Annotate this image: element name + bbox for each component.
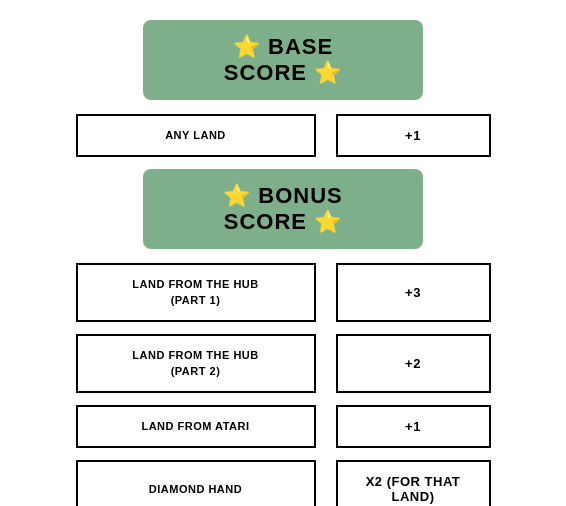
bonus-score-row-2: LAND FROM ATARI +1 [30, 405, 536, 448]
bonus-value-hub-part2: +2 [336, 334, 491, 393]
bonus-value-hub-part1: +3 [336, 263, 491, 322]
bonus-value-atari: +1 [336, 405, 491, 448]
bonus-value-diamond-hand: X2 (FOR THAT LAND) [336, 460, 491, 506]
bonus-score-header: ⭐ BONUS SCORE ⭐ [143, 169, 423, 249]
base-score-header: ⭐ BASE SCORE ⭐ [143, 20, 423, 100]
base-score-row-0: ANY LAND +1 [30, 114, 536, 157]
bonus-score-row-3: DIAMOND HAND X2 (FOR THAT LAND) [30, 460, 536, 506]
bonus-label-atari: LAND FROM ATARI [76, 405, 316, 448]
base-value-any-land: +1 [336, 114, 491, 157]
bonus-label-diamond-hand: DIAMOND HAND [76, 460, 316, 506]
bonus-score-row-0: LAND FROM THE HUB(PART 1) +3 [30, 263, 536, 322]
bonus-score-row-1: LAND FROM THE HUB(PART 2) +2 [30, 334, 536, 393]
bonus-label-hub-part1: LAND FROM THE HUB(PART 1) [76, 263, 316, 322]
base-label-any-land: ANY LAND [76, 114, 316, 157]
bonus-label-hub-part2: LAND FROM THE HUB(PART 2) [76, 334, 316, 393]
